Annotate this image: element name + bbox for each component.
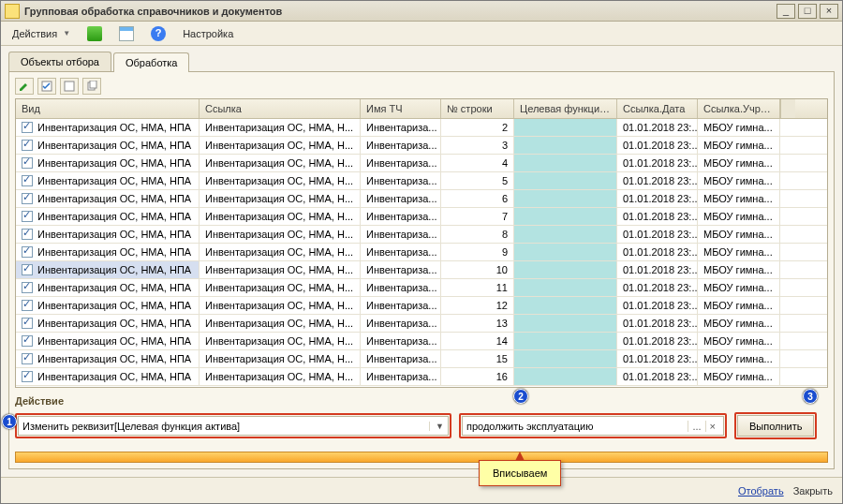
col-celevaya[interactable]: Целевая функция ... (514, 99, 617, 118)
row-checkbox[interactable] (22, 157, 33, 169)
cell-org: МБОУ гимна... (698, 137, 780, 154)
tool-refresh[interactable] (81, 23, 108, 44)
table-row[interactable]: Инвентаризация ОС, НМА, НПАИнвентаризаци… (16, 297, 827, 315)
cell-date: 01.01.2018 23:... (617, 137, 698, 154)
cell-link: Инвентаризация ОС, НМА, Н... (200, 244, 361, 260)
cell-date: 01.01.2018 23:... (617, 119, 698, 136)
cell-date: 01.01.2018 23:... (617, 297, 698, 314)
clear-button[interactable]: × (705, 421, 719, 432)
cell-n: 12 (441, 297, 514, 314)
table-row[interactable]: Инвентаризация ОС, НМА, НПАИнвентаризаци… (16, 155, 827, 172)
cell-func (514, 315, 617, 332)
grid-body[interactable]: Инвентаризация ОС, НМА, НПАИнвентаризаци… (16, 119, 827, 387)
row-checkbox[interactable] (22, 264, 33, 275)
cell-date: 01.01.2018 23:... (617, 155, 698, 171)
data-grid: Вид Ссылка Имя ТЧ № строки Целевая функц… (15, 98, 828, 388)
row-checkbox[interactable] (22, 246, 33, 258)
cell-org: МБОУ гимна... (698, 368, 780, 385)
row-checkbox[interactable] (22, 140, 33, 151)
copy-button[interactable] (82, 78, 101, 95)
table-row[interactable]: Инвентаризация ОС, НМА, НПАИнвентаризаци… (16, 279, 827, 297)
cell-func (514, 350, 617, 367)
row-checkbox[interactable] (22, 229, 33, 240)
table-row[interactable]: Инвентаризация ОС, НМА, НПАИнвентаризаци… (16, 315, 827, 333)
cell-vid: Инвентаризация ОС, НМА, НПА (16, 208, 200, 225)
col-imya[interactable]: Имя ТЧ (361, 99, 441, 118)
row-checkbox[interactable] (22, 193, 33, 204)
table-row[interactable]: Инвентаризация ОС, НМА, НПАИнвентаризаци… (16, 190, 827, 208)
close-link[interactable]: Закрыть (793, 485, 833, 497)
maximize-button[interactable]: □ (798, 4, 817, 19)
row-checkbox[interactable] (22, 282, 33, 293)
app-icon (5, 4, 20, 19)
callout-3: 3 (803, 389, 818, 404)
row-checkbox[interactable] (22, 353, 33, 364)
table-row[interactable]: Инвентаризация ОС, НМА, НПАИнвентаризаци… (16, 226, 827, 244)
main-toolbar: Действия ? Настройка (1, 22, 842, 46)
cell-link: Инвентаризация ОС, НМА, Н... (200, 315, 361, 332)
lookup-button[interactable]: ... (688, 421, 704, 432)
titlebar[interactable]: Групповая обработка справочников и докум… (1, 1, 842, 22)
cell-n: 14 (441, 333, 514, 349)
col-vid[interactable]: Вид (16, 99, 200, 118)
row-checkbox[interactable] (22, 122, 33, 133)
cell-n: 6 (441, 190, 514, 207)
dropdown-icon: ▼ (429, 422, 444, 431)
cell-link: Инвентаризация ОС, НМА, Н... (200, 333, 361, 349)
edit-button[interactable] (15, 78, 34, 95)
cell-date: 01.01.2018 23:... (617, 226, 698, 243)
settings-button[interactable]: Настройка (177, 25, 239, 42)
grid-toolbar (15, 78, 828, 98)
cell-func (514, 119, 617, 136)
cell-link: Инвентаризация ОС, НМА, Н... (200, 208, 361, 225)
cell-date: 01.01.2018 23:... (617, 244, 698, 260)
annotation-text: Вписываем (493, 467, 547, 479)
tool-help[interactable]: ? (145, 23, 171, 44)
cell-org: МБОУ гимна... (698, 244, 780, 260)
cell-org: МБОУ гимна... (698, 279, 780, 296)
row-checkbox[interactable] (22, 335, 33, 347)
row-checkbox[interactable] (22, 318, 33, 329)
cell-vid: Инвентаризация ОС, НМА, НПА (16, 190, 200, 207)
table-row[interactable]: Инвентаризация ОС, НМА, НПАИнвентаризаци… (16, 333, 827, 350)
table-row[interactable]: Инвентаризация ОС, НМА, НПАИнвентаризаци… (16, 261, 827, 279)
table-row[interactable]: Инвентаризация ОС, НМА, НПАИнвентаризаци… (16, 119, 827, 137)
execute-button[interactable]: Выполнить (737, 415, 814, 437)
row-checkbox[interactable] (22, 175, 33, 186)
table-row[interactable]: Инвентаризация ОС, НМА, НПАИнвентаризаци… (16, 172, 827, 190)
tab-processing[interactable]: Обработка (113, 52, 189, 72)
cell-date: 01.01.2018 23:... (617, 368, 698, 385)
table-row[interactable]: Инвентаризация ОС, НМА, НПАИнвентаризаци… (16, 244, 827, 261)
table-row[interactable]: Инвентаризация ОС, НМА, НПАИнвентаризаци… (16, 208, 827, 226)
action-value-input[interactable]: продолжить эксплуатацию ... × (462, 416, 724, 436)
table-row[interactable]: Инвентаризация ОС, НМА, НПАИнвентаризаци… (16, 368, 827, 386)
tab-objects[interactable]: Объекты отбора (8, 52, 111, 71)
action-select[interactable]: Изменить реквизит[Целевая функция актива… (18, 416, 449, 436)
row-checkbox[interactable] (22, 371, 33, 382)
uncheckall-button[interactable] (60, 78, 79, 95)
col-uchr[interactable]: Ссылка.Учре... (698, 99, 780, 118)
cell-func (514, 297, 617, 314)
row-checkbox[interactable] (22, 300, 33, 311)
actions-menu[interactable]: Действия (7, 25, 76, 42)
col-ssylka[interactable]: Ссылка (200, 99, 361, 118)
row-checkbox[interactable] (22, 211, 33, 222)
cell-date: 01.01.2018 23:... (617, 333, 698, 349)
minimize-button[interactable]: _ (776, 4, 795, 19)
cell-link: Инвентаризация ОС, НМА, Н... (200, 297, 361, 314)
select-link[interactable]: Отобрать (738, 485, 784, 497)
table-row[interactable]: Инвентаризация ОС, НМА, НПАИнвентаризаци… (16, 350, 827, 368)
cell-date: 01.01.2018 23:... (617, 190, 698, 207)
close-button[interactable]: × (820, 4, 838, 19)
col-nstroki[interactable]: № строки (441, 99, 514, 118)
cell-org: МБОУ гимна... (698, 226, 780, 243)
cell-org: МБОУ гимна... (698, 119, 780, 136)
cell-vid: Инвентаризация ОС, НМА, НПА (16, 226, 200, 243)
svg-rect-3 (90, 81, 96, 88)
cell-org: МБОУ гимна... (698, 350, 780, 367)
col-data[interactable]: Ссылка.Дата (617, 99, 698, 118)
table-row[interactable]: Инвентаризация ОС, НМА, НПАИнвентаризаци… (16, 137, 827, 155)
tool-table[interactable] (113, 23, 140, 44)
callout-1: 1 (2, 414, 17, 429)
checkall-button[interactable] (37, 78, 56, 95)
